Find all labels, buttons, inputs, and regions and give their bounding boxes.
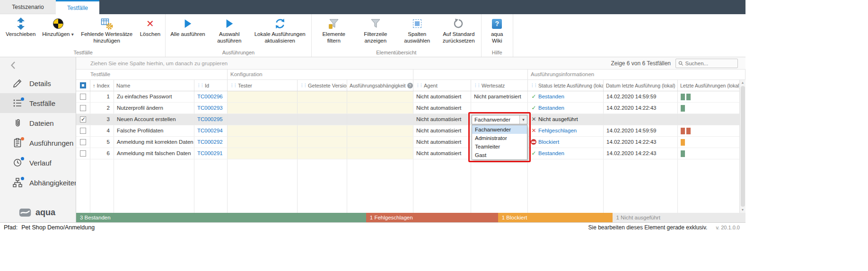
execution-passed-tile[interactable] — [681, 150, 685, 157]
table-row[interactable]: 6 Anmeldung mit falschen Daten TC000291 … — [76, 148, 745, 159]
scroll-up-arrow-icon[interactable]: ▲ — [741, 80, 745, 86]
sidebar-item-abhaengigkeiten[interactable]: Abhängigkeiten — [0, 173, 76, 192]
cell-getestete-version[interactable] — [298, 148, 347, 159]
auswahl-ausfuehren-button[interactable]: Auswahl ausführen — [209, 15, 250, 44]
search-box[interactable] — [675, 59, 738, 68]
status-link[interactable]: Fehlgeschlagen — [538, 128, 577, 133]
spalten-auswaehlen-button[interactable]: Spalten auswählen — [396, 15, 438, 44]
column-header-tester[interactable]: ⋮⋮Tester — [228, 80, 298, 91]
cell-ausfuehrungsabhaengigkeit[interactable] — [347, 114, 413, 125]
testcase-id-link[interactable]: TC000291 — [197, 150, 223, 156]
collapse-sidebar-button[interactable] — [0, 57, 76, 73]
aqua-wiki-button[interactable]: ? aqua Wiki — [483, 15, 511, 44]
column-header-wertesatz[interactable]: ⋮⋮Wertesatz — [471, 80, 528, 91]
row-checkbox[interactable] — [80, 94, 86, 100]
cell-ausfuehrungsabhaengigkeit[interactable] — [347, 137, 413, 148]
dropdown-option[interactable]: Gast — [472, 151, 527, 159]
row-checkbox[interactable] — [80, 150, 86, 157]
sidebar-item-testfaelle[interactable]: Testfälle — [0, 93, 76, 113]
scroll-down-arrow-icon[interactable]: ▼ — [741, 207, 745, 213]
alle-ausfuehren-button[interactable]: Alle ausführen — [167, 15, 209, 37]
play-icon — [225, 17, 234, 31]
column-header-ausfuehrungsabhaengigkeit[interactable]: Ausführungsabhängigkeit? — [347, 80, 413, 91]
cell-getestete-version[interactable] — [298, 91, 347, 102]
table-row[interactable]: 1 Zu einfaches Passwort TC000296 Nicht a… — [76, 91, 745, 103]
column-header-status[interactable]: ⋮⋮Status letzte Ausführung (lokal) — [528, 80, 604, 91]
cell-tester[interactable] — [228, 125, 298, 136]
select-all-checkbox[interactable] — [80, 82, 86, 88]
column-header-datum[interactable]: Datum letzte Ausführung (lokal) — [604, 80, 678, 91]
execution-failed-tile[interactable] — [686, 128, 691, 134]
testcase-id-link[interactable]: TC000293 — [197, 105, 223, 111]
column-header-id[interactable]: ⋮⋮Id — [194, 80, 228, 91]
status-link[interactable]: Bestanden — [538, 94, 564, 99]
cell-ausfuehrungsabhaengigkeit[interactable] — [347, 103, 413, 114]
cell-tester[interactable] — [228, 114, 298, 125]
column-header-getestete-version[interactable]: ⋮⋮Getestete Version — [298, 80, 347, 91]
row-checkbox[interactable] — [80, 128, 86, 134]
dropdown-option[interactable]: Teamleiter — [472, 142, 527, 151]
status-link[interactable]: Bestanden — [538, 150, 564, 156]
row-checkbox-checked[interactable] — [80, 116, 86, 122]
execution-passed-tile[interactable] — [686, 94, 691, 100]
fehlende-wertesaetze-button[interactable]: Fehlende Wertesätze hinzufügen — [77, 15, 137, 44]
chevron-down-icon[interactable]: ▾ — [519, 115, 527, 124]
cell-getestete-version[interactable] — [298, 125, 347, 136]
hinzufuegen-button[interactable]: Hinzufügen ▾ — [39, 15, 77, 38]
sidebar-item-label: Testfälle — [29, 99, 55, 107]
verschieben-button[interactable]: Verschieben — [2, 15, 39, 37]
sidebar-item-ausfuehrungen[interactable]: Ausführungen — [0, 133, 76, 153]
column-header-name[interactable]: Name — [114, 80, 194, 91]
cell-name: Falsche Profildaten — [114, 125, 194, 136]
undo-icon — [453, 17, 465, 31]
dropdown-option[interactable]: Administrator — [472, 134, 527, 142]
column-header-index[interactable]: ↑Index — [90, 80, 114, 91]
tab-testszenario[interactable]: Testszenario — [0, 0, 56, 14]
execution-blocked-tile[interactable] — [681, 139, 685, 146]
group-by-bar[interactable]: Ziehen Sie eine Spalte hierhin, um danac… — [76, 57, 745, 70]
testcase-id-link[interactable]: TC000295 — [197, 116, 223, 122]
execution-passed-tile[interactable] — [681, 105, 685, 112]
testcase-id-link[interactable]: TC000294 — [197, 128, 223, 133]
wertesatz-combobox[interactable]: Fachanwender ▾ — [472, 115, 527, 124]
status-link[interactable]: Bestanden — [538, 105, 564, 111]
execution-passed-tile[interactable] — [681, 94, 685, 100]
cell-ausfuehrungsabhaengigkeit[interactable] — [347, 148, 413, 159]
sidebar-item-verlauf[interactable]: Verlauf — [0, 153, 76, 173]
sidebar-item-dateien[interactable]: Dateien — [0, 113, 76, 133]
testcase-id-link[interactable]: TC000296 — [197, 94, 223, 99]
cell-tester[interactable] — [228, 91, 298, 102]
column-header-agent[interactable]: ⋮⋮Agent — [413, 80, 471, 91]
row-checkbox[interactable] — [80, 105, 86, 111]
lokale-ausfuehrungen-aktualisieren-button[interactable]: Lokale Ausführungen aktualisieren — [250, 15, 310, 44]
info-icon[interactable]: ? — [407, 83, 413, 88]
column-header-letzte-ausfuehrungen[interactable]: Letzte Ausführungen (lokal) — [678, 80, 745, 91]
table-row[interactable]: 4 Falsche Profildaten TC000294 Nicht aut… — [76, 125, 745, 137]
cell-tester[interactable] — [228, 148, 298, 159]
auf-standard-zuruecksetzen-button[interactable]: Auf Standard zurücksetzen — [438, 15, 480, 44]
cell-getestete-version[interactable] — [298, 114, 347, 125]
cell-getestete-version[interactable] — [298, 137, 347, 148]
table-row-selected[interactable]: 3 Neuen Account erstellen TC000295 Nicht… — [76, 114, 745, 125]
table-row[interactable]: 5 Anmeldung mit korrekten Daten TC000292… — [76, 137, 745, 148]
scrollbar-thumb[interactable] — [741, 86, 745, 207]
cell-tester[interactable] — [228, 103, 298, 114]
row-checkbox[interactable] — [80, 139, 86, 145]
filterzeile-anzeigen-button[interactable]: Filterzeile anzeigen — [355, 15, 396, 44]
sidebar-item-details[interactable]: Details — [0, 73, 76, 93]
cell-getestete-version[interactable] — [298, 103, 347, 114]
loeschen-button[interactable]: ✕ Löschen — [137, 15, 164, 37]
execution-failed-tile[interactable] — [681, 128, 685, 134]
cell-tester[interactable] — [228, 137, 298, 148]
cell-ausfuehrungsabhaengigkeit[interactable] — [347, 91, 413, 102]
tab-testfaelle[interactable]: Testfälle — [56, 0, 99, 14]
combobox-value: Fachanwender — [472, 117, 519, 122]
elemente-filtern-button[interactable]: Elemente filtern — [313, 15, 355, 44]
vertical-scrollbar[interactable]: ▲ ▼ — [739, 80, 745, 213]
status-link[interactable]: Blockiert — [538, 139, 559, 145]
testcase-id-link[interactable]: TC000292 — [197, 139, 223, 145]
dropdown-option[interactable]: Fachanwender — [472, 125, 527, 134]
search-input[interactable] — [685, 61, 735, 66]
table-row[interactable]: 2 Nutzerprofil ändern TC000293 Nicht aut… — [76, 103, 745, 114]
cell-ausfuehrungsabhaengigkeit[interactable] — [347, 125, 413, 136]
